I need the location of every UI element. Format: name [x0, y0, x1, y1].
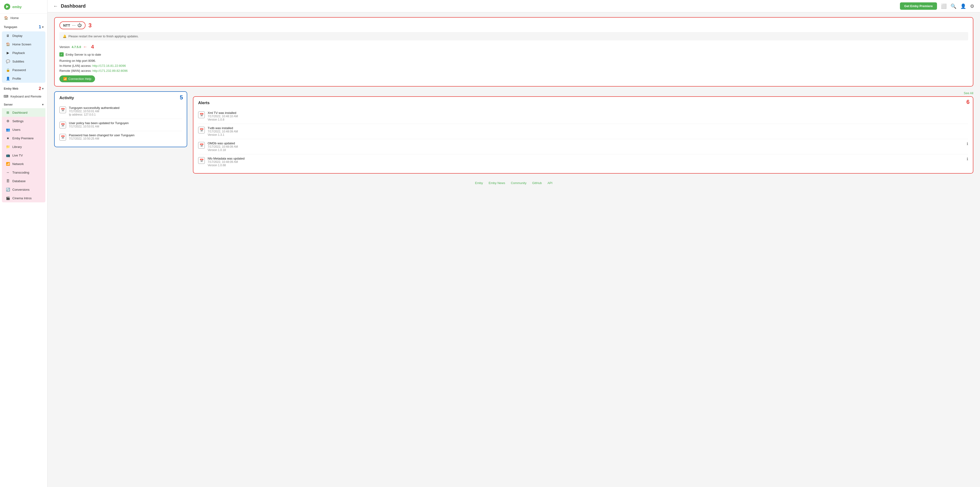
alerts-column: See All 6 Alerts 📅 Xml TV was installed …	[193, 91, 974, 174]
sidebar-item-profile[interactable]: 👤 Profile	[2, 74, 45, 83]
display-icon: 🖥	[6, 34, 10, 38]
alert-text: Xml TV was installed	[208, 111, 968, 115]
footer-link-emby[interactable]: Emby	[475, 181, 483, 185]
alert-item: 📅 Nfo Metadata was updated 7/17/2022, 10…	[198, 154, 968, 169]
ntt-dots-button[interactable]: ···	[72, 23, 76, 28]
sidebar-item-keyboard-remote[interactable]: ⌨ Keyboard and Remote	[0, 92, 47, 101]
sidebar-item-database[interactable]: 🗄 Database	[2, 177, 45, 185]
arrow-left-icon: ←	[83, 45, 87, 49]
sidebar-item-home[interactable]: 🏠 Home	[0, 14, 47, 22]
two-col-layout: 5 Activity 📅 Tunguyen successfully authe…	[54, 91, 974, 174]
status-ok-label: Emby Server is up to date	[65, 53, 101, 56]
sidebar-item-users[interactable]: 👥 Users	[2, 125, 45, 134]
sidebar-playback-label: Playback	[12, 51, 25, 55]
sidebar-item-network[interactable]: 📶 Network	[2, 160, 45, 168]
sidebar-transcoding-label: Transcoding	[12, 171, 29, 174]
database-icon: 🗄	[6, 179, 10, 183]
server-section-label: Server	[4, 103, 13, 106]
transcoding-icon: ↔	[6, 170, 10, 174]
info-icon[interactable]: ℹ	[967, 157, 968, 161]
footer-link-api[interactable]: API	[547, 181, 552, 185]
alert-date: 7/17/2022, 10:48:09 AM	[208, 145, 964, 148]
emby-web-section-header[interactable]: Emby Web 2 ▾	[0, 84, 47, 92]
calendar-icon: 📅	[59, 134, 66, 141]
alert-date: 7/17/2022, 10:48:09 AM	[208, 160, 964, 164]
sidebar-library-label: Library	[12, 145, 22, 148]
activity-text: User policy has been updated for Tunguye…	[69, 121, 129, 125]
sidebar-item-library[interactable]: 📁 Library	[2, 142, 45, 151]
activity-column: 5 Activity 📅 Tunguyen successfully authe…	[54, 91, 187, 174]
footer-link-github[interactable]: GitHub	[532, 181, 542, 185]
content-area: NTT ··· ⏻ 3 🔔 Please restart the server …	[48, 12, 980, 487]
tunguyen-badge: 1	[39, 24, 41, 29]
users-icon: 👥	[6, 128, 10, 132]
restart-message: Please restart the server to finish appl…	[68, 35, 139, 38]
lan-access-row: In-Home (LAN) access: http://172.16.81.2…	[59, 64, 968, 67]
sidebar-network-label: Network	[12, 162, 24, 166]
alert-version: Version 1.0.18	[208, 148, 964, 152]
calendar-icon: 📅	[59, 122, 66, 128]
sidebar-item-playback[interactable]: ▶ Playback	[2, 48, 45, 57]
alert-items-list: 📅 Xml TV was installed 7/17/2022, 10:48:…	[198, 109, 968, 169]
bell-icon: 🔔	[63, 35, 67, 38]
playback-icon: ▶	[6, 51, 10, 55]
sidebar-emby-premiere-label: Emby Premiere	[12, 136, 34, 140]
main-area: ← Dashboard Get Emby Premiere ⬜ 🔍 👤 ⚙ NT…	[48, 0, 980, 487]
sidebar-item-settings[interactable]: ⚙ Settings	[2, 117, 45, 125]
cast-icon[interactable]: ⬜	[941, 3, 947, 9]
info-icon[interactable]: ℹ	[967, 142, 968, 146]
status-check: ✓ Emby Server is up to date	[59, 52, 968, 57]
sidebar-item-home-screen[interactable]: 🏠 Home Screen	[2, 40, 45, 48]
sidebar-home-label: Home	[10, 16, 19, 20]
sidebar-item-password[interactable]: 🔒 Password	[2, 65, 45, 74]
user-icon[interactable]: 👤	[960, 3, 966, 9]
live-tv-icon: 📺	[6, 153, 10, 157]
password-icon: 🔒	[6, 68, 10, 72]
server-section-header[interactable]: Server ▾	[0, 101, 47, 107]
sidebar-item-cinema-intros[interactable]: 🎬 Cinema Intros	[2, 194, 45, 202]
settings-icon: ⚙	[6, 119, 10, 123]
tunguyen-chevron-icon: ▾	[42, 26, 43, 29]
back-button[interactable]: ←	[53, 3, 58, 9]
footer-link-emby-news[interactable]: Emby News	[489, 181, 505, 185]
tunguyen-section-header[interactable]: Tunguyen 1 ▾	[0, 22, 47, 30]
calendar-icon: 📅	[198, 142, 205, 148]
version-row: Version 4.7.5.0 ← 4	[59, 44, 968, 50]
sidebar-item-subtitles[interactable]: 💬 Subtitles	[2, 57, 45, 65]
gear-icon[interactable]: ⚙	[970, 3, 974, 9]
alerts-title: Alerts	[198, 101, 968, 105]
calendar-icon: 📅	[198, 127, 205, 133]
dashboard-icon: ⊞	[6, 110, 10, 115]
connection-help-button[interactable]: 📶 Connection Help	[59, 75, 95, 82]
get-emby-premiere-button[interactable]: Get Emby Premiere	[900, 2, 937, 10]
sidebar-item-display[interactable]: 🖥 Display	[2, 31, 45, 40]
wifi-icon: 📶	[63, 77, 67, 81]
search-icon[interactable]: 🔍	[951, 3, 956, 9]
sidebar-item-emby-premiere[interactable]: ★ Emby Premiere	[2, 134, 45, 142]
lan-url-link[interactable]: http://172.16.81.22:8096	[92, 64, 126, 67]
server-chevron-icon: ▾	[42, 103, 43, 106]
calendar-icon: 📅	[198, 157, 205, 164]
alert-version: Version 1.0.8	[208, 118, 968, 121]
restart-alert-banner: 🔔 Please restart the server to finish ap…	[59, 32, 968, 40]
footer-link-community[interactable]: Community	[511, 181, 527, 185]
sidebar-item-transcoding[interactable]: ↔ Transcoding	[2, 168, 45, 177]
activity-item: 📅 User policy has been updated for Tungu…	[59, 119, 182, 131]
emby-web-group: ⌨ Keyboard and Remote	[0, 92, 47, 101]
alert-text: Nfo Metadata was updated	[208, 157, 964, 160]
activity-items-list: 📅 Tunguyen successfully authenticated 7/…	[59, 104, 182, 143]
cinema-intros-icon: 🎬	[6, 196, 10, 200]
wan-url-link[interactable]: http://171.232.89.82:8096	[92, 69, 127, 72]
sidebar-item-conversions[interactable]: 🔄 Conversions	[2, 185, 45, 194]
sidebar-display-label: Display	[12, 34, 22, 38]
alert-text: OMDb was updated	[208, 142, 964, 145]
power-button[interactable]: ⏻	[78, 23, 82, 28]
sidebar-item-live-tv[interactable]: 📺 Live TV	[2, 151, 45, 160]
alerts-see-all-top[interactable]: See All	[964, 91, 974, 95]
alert-version: Version 1.0.68	[208, 164, 964, 167]
profile-icon: 👤	[6, 76, 10, 81]
sidebar-profile-label: Profile	[12, 77, 21, 80]
calendar-icon: 📅	[59, 107, 66, 113]
sidebar-item-dashboard[interactable]: ⊞ Dashboard	[2, 108, 45, 117]
sidebar-users-label: Users	[12, 128, 21, 131]
